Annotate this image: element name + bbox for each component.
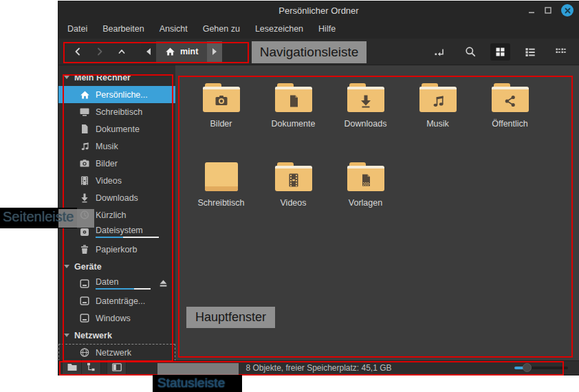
statusbar-buttons <box>62 359 127 375</box>
zoom-slider[interactable] <box>514 367 568 369</box>
close-button[interactable] <box>561 4 573 17</box>
forward-button[interactable] <box>89 41 111 62</box>
list-view-icon <box>525 47 536 57</box>
menu-hilfe[interactable]: Hilfe <box>318 24 336 34</box>
camera-emblem <box>214 94 229 108</box>
folder-label: Schreibtisch <box>197 198 244 208</box>
sidebar-item-datentraeger[interactable]: Datenträge... <box>58 292 175 309</box>
maximize-icon <box>545 7 551 14</box>
sidebar-item-label: Papierkorb <box>96 245 137 254</box>
breadcrumb-scroll-right-button[interactable] <box>207 41 222 62</box>
home-icon <box>165 47 175 56</box>
home-icon <box>79 89 90 100</box>
minimize-button[interactable] <box>528 7 535 14</box>
back-button[interactable] <box>67 41 89 62</box>
sidebar-item-label: Windows <box>96 314 131 323</box>
sidebar-section-geraete[interactable]: Geräte <box>58 258 175 275</box>
folder-icon <box>275 162 312 191</box>
folder-musik[interactable]: Musik <box>402 83 474 162</box>
search-button[interactable] <box>460 43 481 61</box>
sidebar-item-netzwerk[interactable]: Netzwerk <box>58 344 175 360</box>
globe-icon <box>79 347 90 358</box>
menu-datei[interactable]: Datei <box>67 24 87 34</box>
window-controls <box>528 1 573 19</box>
folder-icon <box>275 83 312 112</box>
sidebar-item-label-wrap: Daten <box>96 278 151 290</box>
sidebar-item-schreibtisch[interactable]: Schreibtisch <box>58 103 175 120</box>
sidebar-item-label: Musik <box>96 142 118 151</box>
download-arrow-icon <box>79 193 90 204</box>
menu-ansicht[interactable]: Ansicht <box>160 24 188 34</box>
section-label: Netzwerk <box>74 331 112 340</box>
drive-icon <box>79 279 90 290</box>
sidebar-section-netzwerk[interactable]: Netzwerk <box>58 327 175 344</box>
search-icon <box>465 46 476 57</box>
list-view-button[interactable] <box>520 43 540 61</box>
maximize-button[interactable] <box>545 7 551 14</box>
sidebar-section-mein-rechner[interactable]: Mein Rechner <box>58 69 175 86</box>
window-body: Mein Rechner Persönliche... Schreibtisch <box>58 65 579 360</box>
folder-videos[interactable]: Videos <box>257 162 329 241</box>
sidebar-item-dokumente[interactable]: Dokumente <box>58 120 175 138</box>
folder-label: Videos <box>281 198 307 208</box>
folder-schreibtisch[interactable]: Schreibtisch <box>185 162 257 241</box>
places-folder-icon <box>67 362 78 372</box>
menu-lesezeichen[interactable]: Lesezeichen <box>255 24 303 34</box>
places-view-button[interactable] <box>62 359 82 375</box>
up-icon <box>117 47 127 56</box>
breadcrumb-home-button[interactable]: mint <box>156 41 207 62</box>
sidebar-item-label: Daten <box>96 278 151 287</box>
tree-view-button[interactable] <box>82 359 101 375</box>
sidebar-item-videos[interactable]: Videos <box>58 172 175 189</box>
folder-label: Öffentlich <box>492 119 528 129</box>
statusbar: 8 Objekte, freier Speicherplatz: 45,1 GB <box>58 360 579 375</box>
status-text: 8 Objekte, freier Speicherplatz: 45,1 GB <box>58 363 579 373</box>
toolbar-right <box>428 43 571 61</box>
drive-icon <box>79 296 90 307</box>
zoom-slider-handle[interactable] <box>523 363 532 372</box>
sidebar-item-persoenliche[interactable]: Persönliche... <box>58 86 175 103</box>
sidebar-item-downloads[interactable]: Downloads <box>58 189 175 206</box>
back-icon <box>73 47 83 56</box>
sidebar-item-daten[interactable]: Daten <box>58 275 175 292</box>
document-emblem <box>287 94 301 108</box>
folder-bilder[interactable]: Bilder <box>185 83 257 162</box>
folder-dokumente[interactable]: Dokumente <box>257 83 329 162</box>
menu-gehen-zu[interactable]: Gehen zu <box>203 24 240 34</box>
menu-bearbeiten[interactable]: Bearbeiten <box>102 24 144 34</box>
folder-label: Musik <box>426 119 449 129</box>
window-title: Persönlicher Ordner <box>58 6 579 16</box>
menubar: Datei Bearbeiten Ansicht Gehen zu Leseze… <box>58 19 579 39</box>
disk-usage-bar <box>96 288 151 290</box>
folder-vorlagen[interactable]: Vorlagen <box>329 162 402 241</box>
sidebar-item-label: Netzwerk <box>96 348 131 358</box>
folder-oeffentlich[interactable]: Öffentlich <box>474 83 546 162</box>
sidebar-item-label: Bilder <box>96 159 118 168</box>
sidebar-item-musik[interactable]: Musik <box>58 138 175 155</box>
desktop-folder-icon <box>205 162 238 191</box>
toggle-sidebar-button[interactable] <box>107 359 127 375</box>
titlebar[interactable]: Persönlicher Ordner <box>58 1 579 19</box>
folder-downloads[interactable]: Downloads <box>329 83 402 162</box>
eject-button[interactable] <box>158 279 168 288</box>
sidebar-item-bilder[interactable]: Bilder <box>58 155 175 172</box>
film-icon <box>79 175 90 186</box>
sidebar-item-label: Kürzlich <box>96 210 126 220</box>
disk-usage-bar <box>96 237 159 238</box>
sidebar-item-label: Persönliche... <box>96 90 148 100</box>
folder-icon <box>419 83 457 112</box>
eject-icon <box>158 279 168 288</box>
grid-view-button[interactable] <box>490 43 510 61</box>
breadcrumb-scroll-left-button[interactable] <box>141 41 156 62</box>
sidebar-item-label: Datenträge... <box>96 296 145 306</box>
folder-label: Dokumente <box>272 119 316 129</box>
up-button[interactable] <box>111 41 133 62</box>
edit-location-button[interactable] <box>428 43 450 61</box>
compact-view-button[interactable] <box>550 43 571 61</box>
section-label: Geräte <box>74 262 102 272</box>
folder-label: Vorlagen <box>349 198 382 208</box>
sidebar-item-windows[interactable]: Windows <box>58 309 175 327</box>
music-emblem <box>431 94 445 108</box>
edit-location-icon <box>433 47 446 57</box>
sidebar-item-papierkorb[interactable]: Papierkorb <box>58 241 175 258</box>
